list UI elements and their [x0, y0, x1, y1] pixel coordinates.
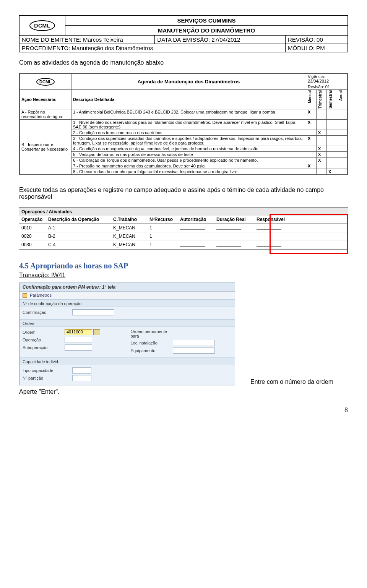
agenda-mark: [317, 169, 327, 174]
agenda-mark: [327, 146, 337, 151]
agenda-group-b: B - Inspecionar e Consertar se Necessári…: [20, 119, 71, 174]
ops-col-0: Operação: [19, 216, 46, 224]
ops-row: 0030 C-4 K_MECAN 1: [19, 240, 348, 249]
sap-input-npart[interactable]: [72, 375, 91, 381]
sap-input-ordem-search[interactable]: [93, 329, 100, 335]
agenda-desc: 4 - Condição das mangueiras de água, com…: [71, 146, 306, 151]
agenda-mark: [337, 130, 348, 135]
sap-toolbar[interactable]: Parâmetros: [19, 292, 235, 299]
ops-section-title: Operações / Atividades: [19, 208, 348, 216]
agenda-col-desc: Descrição Detalhada: [71, 90, 306, 109]
agenda-desc: 1 - Antimicrobial BelQuimica BELCID 243 …: [71, 109, 306, 119]
agenda-desc: 5 - Vedação de borracha nas portas de ac…: [71, 151, 306, 157]
proc-label: PROCEDIMENTO:: [22, 45, 70, 51]
ops-op: 0020: [19, 232, 46, 240]
revisao-cell: REVISÃO: 00: [286, 36, 348, 44]
header-title1: SERVIÇOS CUMMINS: [65, 16, 348, 26]
ops-col-2: C.Trabalho: [111, 216, 147, 224]
sap-input-loc[interactable]: [173, 340, 215, 346]
sap-group-capacidade: Capacidade individ.: [19, 357, 235, 365]
agenda-mark: X: [306, 163, 317, 169]
agenda-period-3: Anual: [339, 90, 346, 101]
agenda-row: B - Inspecionar e Consertar se Necessári…: [20, 119, 348, 130]
sap-input-confirm[interactable]: [72, 309, 114, 315]
sap-input-operacao[interactable]: [65, 337, 92, 343]
ops-col-1: Descrição da Operação: [46, 216, 111, 224]
sap-window-title: Confirmação para ordem PM entrar: 1ª tel…: [19, 283, 235, 292]
modulo-label: MÓDULO:: [288, 45, 315, 51]
sap-input-ordem[interactable]: 4011000: [65, 329, 92, 335]
agenda-embedded-table: DCML Agenda de Manutenção dos Dinamômetr…: [19, 73, 348, 175]
sap-group-ordem: Ordem: [19, 319, 235, 327]
header-logo-cell: DCML: [19, 16, 65, 36]
agenda-mark: [317, 163, 327, 169]
agenda-desc: 8 - Checar rodas do carrinho para folga …: [71, 169, 306, 174]
ops-ct: K_MECAN: [111, 232, 147, 240]
sap-input-suboperacao[interactable]: [65, 344, 92, 351]
ops-resp: [254, 240, 348, 249]
agenda-mark: [337, 119, 348, 130]
ops-col-6: Responsável: [254, 216, 348, 224]
page-number: 8: [19, 407, 348, 414]
agenda-row: A - Repôr no reservatórios de água: 1 - …: [20, 109, 348, 119]
agenda-mark: [337, 151, 348, 157]
paragraph-2: Execute todas as operações e registre no…: [19, 187, 348, 200]
sap-label-loc: Loc.instalação: [131, 341, 173, 345]
agenda-mark: X: [306, 109, 317, 119]
agenda-desc: 3 - Condição das superfícies usinadas do…: [71, 135, 306, 146]
agenda-mark: X: [327, 169, 337, 174]
revisao-value: 00: [317, 36, 323, 43]
agenda-desc: 6 - Calibração de Torque dos dinamômetro…: [71, 157, 306, 163]
agenda-mark: [306, 169, 317, 174]
agenda-vigencia: Vigência: 23/04/2012: [306, 74, 348, 84]
data-label: DATA DA EMISSÃO:: [157, 36, 210, 43]
data-cell: DATA DA EMISSÃO: 27/04/2012: [155, 36, 286, 44]
sap-parameters-icon: [23, 293, 27, 298]
doc-header: DCML SERVIÇOS CUMMINS MANUTENÇÃO DO DINA…: [19, 15, 348, 52]
agenda-logo: DCML: [36, 78, 55, 86]
right-instruction: Entre com o número da ordem: [250, 378, 333, 385]
agenda-desc: 7 - Pressão no manometro acima dos acumu…: [71, 163, 306, 169]
sap-label-ordperm: Ordem permanente para: [131, 329, 173, 338]
agenda-revisao: Revisão: 01: [306, 84, 348, 90]
ops-dur: [214, 232, 254, 240]
sap-label-suboperacao: Suboperação: [23, 345, 65, 350]
agenda-mark: X: [317, 130, 327, 135]
paragraph-1: Com as atividades da agenda de manutençã…: [19, 59, 348, 66]
ops-desc: C-4: [46, 240, 111, 249]
agenda-title: Agenda de Manutenção dos Dinamômetros: [71, 74, 306, 90]
agenda-mark: [327, 130, 337, 135]
ops-op: 0030: [19, 240, 46, 249]
agenda-mark: X: [306, 135, 317, 146]
ops-nr: 1: [147, 240, 178, 249]
agenda-mark: [317, 119, 327, 130]
agenda-mark: [337, 135, 348, 146]
sap-group-confirm: Nº de confirmação da operação: [19, 299, 235, 307]
proc-value: Manutenção dos Dinamômetros: [72, 45, 153, 51]
transacao-label: Transação: IW41: [19, 272, 348, 279]
agenda-desc: 1 - Nível de óleo nos reservatórios para…: [71, 119, 306, 130]
agenda-period-1: Trimestral: [318, 90, 325, 109]
ops-op: 0010: [19, 224, 46, 232]
agenda-mark: [317, 135, 327, 146]
sap-input-tipo[interactable]: [72, 367, 91, 374]
dcml-logo: DCML: [29, 20, 55, 31]
ops-ct: K_MECAN: [111, 240, 147, 249]
sap-label-ordem: Ordem: [23, 330, 65, 335]
ops-auth: [178, 224, 214, 232]
agenda-period-0: Mensal: [308, 90, 315, 103]
agenda-mark: X: [306, 119, 317, 130]
ops-col-5: Duração Real: [214, 216, 254, 224]
agenda-mark: [327, 119, 337, 130]
sap-window: Confirmação para ordem PM entrar: 1ª tel…: [19, 283, 235, 385]
ops-col-3: NºRecurso: [147, 216, 178, 224]
sap-toolbar-label: Parâmetros: [30, 293, 52, 297]
agenda-mark: [337, 157, 348, 163]
ops-auth: [178, 232, 214, 240]
sap-input-equip[interactable]: [173, 348, 215, 354]
agenda-mark: X: [317, 151, 327, 157]
sap-label-equip: Equipamento: [131, 348, 173, 353]
agenda-desc: 2 - Condição dos furos com rosca nos car…: [71, 130, 306, 135]
ops-resp: [254, 232, 348, 240]
ops-resp: [254, 224, 348, 232]
